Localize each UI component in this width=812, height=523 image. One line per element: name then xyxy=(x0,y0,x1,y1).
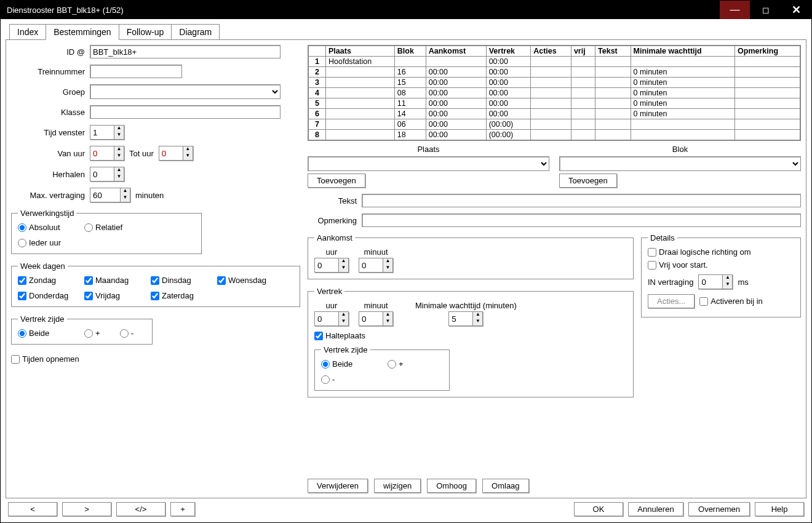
herhalen-label: Herhalen xyxy=(11,170,85,179)
tab-index[interactable]: Index xyxy=(9,24,46,40)
radio-vz2-minus[interactable]: - xyxy=(321,375,346,384)
vertrek-group: Vertrek uur ▲▼ minuut ▲▼ Minimale wachtt… xyxy=(308,287,634,397)
aankomst-group: Aankomst uur ▲▼ minuut ▲▼ xyxy=(308,233,634,279)
radio-absoluut[interactable]: Absoluut xyxy=(18,223,73,232)
tekst-input[interactable] xyxy=(362,194,801,207)
tabstrip: Index Bestemmingen Follow-up Diagram xyxy=(9,24,806,40)
groep-select[interactable] xyxy=(90,84,281,99)
toggle-button[interactable]: </> xyxy=(116,502,165,516)
radio-vz-minus[interactable]: - xyxy=(120,329,145,338)
plaats-toevoegen-button[interactable]: Toevoegen xyxy=(308,174,365,188)
close-button[interactable]: ✕ xyxy=(781,1,811,19)
tab-followup[interactable]: Follow-up xyxy=(119,24,172,40)
omhoog-button[interactable]: Omhoog xyxy=(427,479,476,493)
check-maandag[interactable]: Maandag xyxy=(84,276,140,285)
radio-vz2-beide[interactable]: Beide xyxy=(321,359,376,369)
check-dinsdag[interactable]: Dinsdag xyxy=(151,276,206,285)
check-draai[interactable]: Draai logische richting om xyxy=(648,247,794,257)
tab-diagram[interactable]: Diagram xyxy=(171,24,220,40)
check-vrij[interactable]: Vrij voor start. xyxy=(648,260,794,269)
check-tijden-opnemen[interactable]: Tijden opnemen xyxy=(11,354,300,364)
opmerking-label: Opmerking xyxy=(308,216,357,225)
maximize-button[interactable]: ◻ xyxy=(750,1,781,19)
check-donderdag[interactable]: Donderdag xyxy=(18,291,73,300)
vertrek-zijde-inner-group: Vertrek zijde Beide + - xyxy=(314,345,450,391)
radio-vz-beide[interactable]: Beide xyxy=(18,329,73,338)
in-vertraging-label: IN vertraging xyxy=(648,277,693,287)
wijzigen-button[interactable]: wijzigen xyxy=(374,479,421,493)
plaats-header: Plaats xyxy=(308,145,549,154)
prev-button[interactable]: < xyxy=(8,502,57,516)
check-halteplaats[interactable]: Halteplaats xyxy=(314,331,627,340)
treinnummer-input[interactable] xyxy=(90,65,182,78)
omlaag-button[interactable]: Omlaag xyxy=(482,479,529,493)
blok-header: Blok xyxy=(559,145,801,154)
verwijderen-button[interactable]: Verwijderen xyxy=(308,479,368,493)
help-button[interactable]: Help xyxy=(755,502,804,516)
opmerking-input[interactable] xyxy=(362,214,801,227)
table-row[interactable]: 51100:0000:000 minuten xyxy=(309,98,800,109)
titlebar: Dienstrooster BBT_blk18+ (1/52) — ◻ ✕ xyxy=(1,1,811,19)
table-row[interactable]: 61400:0000:000 minuten xyxy=(309,109,800,119)
tijd-venster-spinner[interactable]: ▲▼ xyxy=(90,125,124,140)
table-row[interactable]: 81800:00(00:00) xyxy=(309,130,800,140)
check-woensdag[interactable]: Woensdag xyxy=(217,276,273,285)
blok-toevoegen-button[interactable]: Toevoegen xyxy=(559,174,617,188)
aankomst-min-spinner[interactable]: ▲▼ xyxy=(359,258,393,273)
window-title: Dienstrooster BBT_blk18+ (1/52) xyxy=(7,6,124,15)
table-row[interactable]: 40800:0000:000 minuten xyxy=(309,88,800,98)
minimize-button[interactable]: — xyxy=(719,1,750,19)
id-label: ID @ xyxy=(11,47,85,57)
radio-relatief[interactable]: Relatief xyxy=(84,223,140,232)
verwerkingstijd-group: Verwerkingstijd Absoluut Relatief Ieder … xyxy=(11,209,202,254)
check-zaterdag[interactable]: Zaterdag xyxy=(151,291,206,300)
plus-button[interactable]: + xyxy=(170,502,195,516)
id-input[interactable] xyxy=(90,45,281,58)
radio-vz2-plus[interactable]: + xyxy=(388,359,412,369)
vertrek-zijde-group: Vertrek zijde Beide + - xyxy=(11,314,153,345)
overnemen-button[interactable]: Overnemen xyxy=(688,502,750,516)
in-vertraging-spinner[interactable]: ▲▼ xyxy=(698,274,733,289)
tab-bestemmingen[interactable]: Bestemmingen xyxy=(46,24,119,40)
treinnummer-label: Treinnummer xyxy=(11,67,85,76)
minuten-label: minuten xyxy=(135,191,164,200)
tot-uur-spinner[interactable]: ▲▼ xyxy=(159,146,193,161)
klasse-label: Klasse xyxy=(11,108,85,117)
footer: < > </> + OK Annuleren Overnemen Help xyxy=(6,498,806,517)
radio-vz-plus[interactable]: + xyxy=(84,329,109,338)
annuleren-button[interactable]: Annuleren xyxy=(628,502,683,516)
ok-button[interactable]: OK xyxy=(574,502,623,516)
table-row[interactable]: 31500:0000:000 minuten xyxy=(309,78,800,88)
tijd-venster-label: Tijd venster xyxy=(11,128,85,137)
herhalen-spinner[interactable]: ▲▼ xyxy=(90,167,124,182)
check-activeren[interactable]: Activeren bij in xyxy=(699,297,763,306)
max-vertraging-label: Max. vertraging xyxy=(11,191,85,200)
destinations-table-wrap: Plaats Blok Aankomst Vertrek Acties vrij… xyxy=(308,45,801,141)
vertrek-uur-spinner[interactable]: ▲▼ xyxy=(314,311,349,326)
van-uur-label: Van uur xyxy=(11,149,85,158)
blok-select[interactable] xyxy=(559,156,801,171)
tekst-label: Tekst xyxy=(308,196,357,206)
plaats-select[interactable] xyxy=(308,156,549,171)
tot-uur-label: Tot uur xyxy=(129,149,154,158)
acties-button[interactable]: Acties... xyxy=(648,294,695,308)
next-button[interactable]: > xyxy=(62,502,111,516)
vertrek-min-spinner[interactable]: ▲▼ xyxy=(359,311,393,326)
check-zondag[interactable]: Zondag xyxy=(18,276,73,285)
weekdagen-group: Week dagen Zondag Maandag Dinsdag Woensd… xyxy=(11,262,300,307)
table-row[interactable]: 21600:0000:000 minuten xyxy=(309,67,800,78)
van-uur-spinner[interactable]: ▲▼ xyxy=(90,146,124,161)
max-vertraging-spinner[interactable]: ▲▼ xyxy=(90,188,130,202)
check-vrijdag[interactable]: Vrijdag xyxy=(84,291,140,300)
table-row[interactable]: 70600:00(00:00) xyxy=(309,119,800,130)
details-group: Details Draai logische richting om Vrij … xyxy=(641,233,801,317)
destinations-table[interactable]: Plaats Blok Aankomst Vertrek Acties vrij… xyxy=(308,46,800,140)
table-row[interactable]: 1Hoofdstation00:00 xyxy=(309,57,800,67)
groep-label: Groep xyxy=(11,87,85,97)
aankomst-uur-spinner[interactable]: ▲▼ xyxy=(314,258,349,273)
ms-label: ms xyxy=(738,277,748,287)
radio-ieder-uur[interactable]: Ieder uur xyxy=(18,238,73,247)
min-wachttijd-spinner[interactable]: ▲▼ xyxy=(448,311,483,326)
klasse-input[interactable] xyxy=(90,105,281,119)
